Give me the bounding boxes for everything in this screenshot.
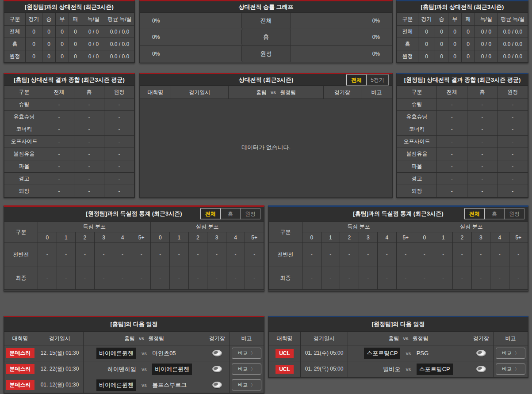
- league-cell: 분데스리: [4, 377, 36, 393]
- table-row: 홈 0 0 0 0 0 / 0 0.0 / 0.0: [4, 38, 134, 50]
- team-name-away[interactable]: PSG: [417, 350, 429, 356]
- tab-home[interactable]: 홈: [484, 208, 505, 220]
- stadium-icon[interactable]: [212, 350, 222, 356]
- league-badge: 분데스리: [6, 364, 34, 374]
- bucket-header: 5+: [245, 232, 264, 243]
- panel-title: [원정팀] 상대전적 결과 종합 (최근3시즌 평균): [397, 74, 528, 86]
- stadium-cell: [205, 361, 230, 377]
- stadium-icon[interactable]: [212, 382, 222, 388]
- cell: -: [113, 243, 132, 266]
- col-header: 경기일시: [301, 332, 348, 345]
- cell: -: [471, 266, 490, 290]
- team-name-away[interactable]: 스포르팅CP: [417, 364, 453, 375]
- stadium-icon[interactable]: [476, 366, 486, 372]
- panel-goals-away: [원정팀]과의 득실점 통계 (최근3시즌) 전체 홈 원정 구분 득점 분포 …: [4, 205, 264, 292]
- league-badge: UCL: [276, 365, 294, 374]
- bucket-header: 4: [226, 232, 245, 243]
- row-label: 원정: [4, 50, 26, 63]
- cell: -: [302, 266, 321, 290]
- table-header-row: 구분 전체 홈 원정: [397, 86, 528, 98]
- team-name-away[interactable]: 마인츠05: [152, 350, 176, 356]
- vs-label: vs: [142, 367, 147, 372]
- datetime-cell: 01. 29(목) 05:00: [301, 361, 348, 377]
- cell: -: [467, 98, 498, 111]
- col-header: 홈: [74, 86, 104, 98]
- panel-title: [원정팀]과의 상대전적 (최근3시즌): [4, 1, 134, 13]
- team-name-away[interactable]: 바이에른뮌헨: [152, 364, 192, 375]
- cell: -: [437, 160, 467, 173]
- col-header: 원정: [498, 86, 528, 98]
- table-row: 퇴장---: [397, 185, 528, 197]
- bucket-header-row: 012345+ 012345+: [269, 232, 528, 243]
- bucket-header: 3: [359, 232, 378, 243]
- tab-away[interactable]: 원정: [504, 208, 524, 220]
- cell: 0: [435, 26, 448, 38]
- bucket-header: 0: [415, 232, 434, 243]
- cell: 0 / 0: [475, 38, 498, 50]
- team-name-home[interactable]: 바이에른뮌헨: [96, 379, 136, 391]
- cell: -: [94, 266, 113, 290]
- stadium-icon[interactable]: [476, 350, 486, 356]
- cell: 0 / 0: [82, 38, 105, 50]
- col-header: 경기장: [324, 86, 361, 99]
- row-label: 슈팅: [4, 98, 44, 111]
- cell: 0.0 / 0.0: [105, 38, 134, 50]
- panel-h2h-away: [원정팀]과의 상대전적 (최근3시즌) 구분 경기 승 무 패 득/실 평균 …: [4, 0, 135, 63]
- tab-last5[interactable]: 5경기: [366, 74, 389, 85]
- goals-away-table: 구분 득점 분포 실점 분포 012345+ 012345+ 전반전 -----…: [4, 221, 264, 290]
- tab-away[interactable]: 원정: [240, 208, 260, 220]
- team-name-home[interactable]: 하이덴하임: [107, 366, 136, 372]
- table-header-row: 대회명 경기일시 홈팀vs원정팀 경기장 비고: [4, 332, 264, 345]
- table-row: 유효슈팅---: [4, 111, 134, 123]
- note-cell: 비교〉: [494, 361, 528, 377]
- compare-button[interactable]: 비교〉: [496, 348, 525, 359]
- compare-button[interactable]: 비교〉: [232, 348, 261, 359]
- table-row: 슈팅---: [4, 98, 134, 111]
- col-header: 구분: [397, 13, 418, 26]
- tab-all[interactable]: 전체: [200, 208, 221, 220]
- tab-home[interactable]: 홈: [220, 208, 241, 220]
- col-header: 경기장: [205, 332, 230, 345]
- vs-label: vs: [271, 90, 276, 95]
- cell: -: [509, 266, 528, 290]
- table-row: 코너킥---: [397, 123, 528, 136]
- compare-button[interactable]: 비교〉: [496, 364, 525, 375]
- compare-button[interactable]: 비교〉: [232, 379, 261, 390]
- cell: -: [188, 266, 207, 290]
- group-header-conceded: 실점 분포: [151, 222, 264, 232]
- row-label: 최종: [4, 266, 38, 290]
- team-name-home[interactable]: 바이에른뮌헨: [96, 348, 136, 359]
- bucket-header: 0: [38, 232, 57, 243]
- team-name-away[interactable]: 볼프스부르크: [152, 382, 187, 388]
- col-header: 승: [42, 13, 56, 26]
- tab-all[interactable]: 전체: [346, 74, 367, 85]
- table-row: 경고---: [397, 173, 528, 185]
- cell: -: [245, 243, 264, 266]
- table-row: 오프사이드---: [4, 136, 134, 148]
- cell: -: [498, 98, 528, 111]
- compare-button[interactable]: 비교〉: [232, 364, 261, 375]
- row-label: 파울: [397, 160, 437, 173]
- panel-title-bar: 상대전적 (최근3시즌) 전체 5경기: [140, 74, 392, 86]
- bucket-header: 3: [94, 232, 113, 243]
- team-name-home[interactable]: 스포르팅CP: [364, 348, 400, 359]
- col-header: 구분: [4, 13, 26, 26]
- cell: -: [76, 243, 95, 266]
- row-label: 볼점유율: [4, 148, 44, 160]
- cell: -: [378, 243, 397, 266]
- col-header: 경기일시: [171, 86, 229, 99]
- league-badge: 분데스리: [6, 348, 34, 358]
- cell: -: [437, 136, 467, 148]
- col-header: 대회명: [269, 332, 301, 345]
- col-header: 원정: [104, 86, 134, 98]
- team-name-home[interactable]: 빌바오: [383, 366, 400, 372]
- datetime-cell: 01. 12(월) 01:30: [36, 377, 84, 393]
- cell: -: [453, 266, 472, 290]
- cell: 0: [418, 26, 435, 38]
- cell: 0: [42, 26, 56, 38]
- note-cell: 비교〉: [230, 377, 264, 393]
- group-header-row: 구분 득점 분포 실점 분포: [4, 222, 264, 232]
- stadium-icon[interactable]: [212, 366, 222, 372]
- tab-all[interactable]: 전체: [464, 208, 485, 220]
- col-header: 경기일시: [36, 332, 84, 345]
